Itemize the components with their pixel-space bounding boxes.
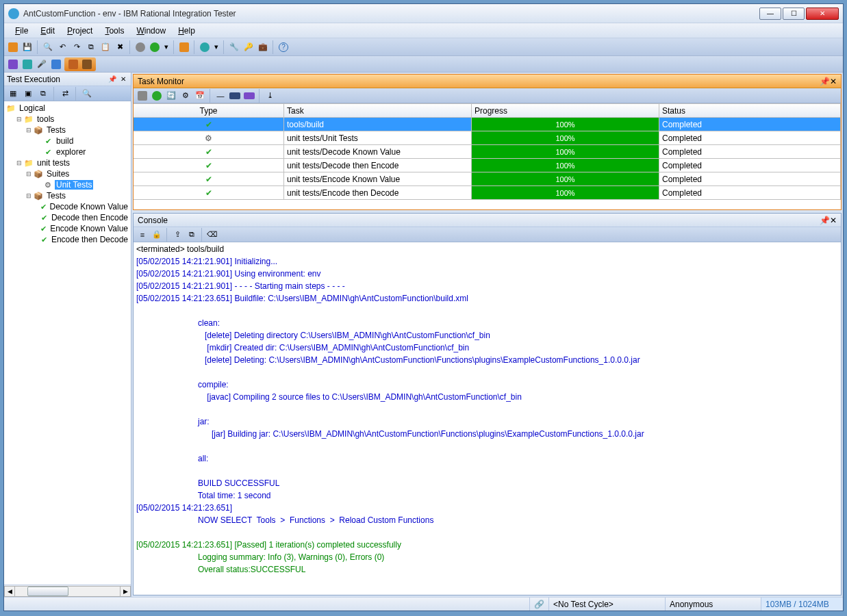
tool-new-icon[interactable] (7, 41, 19, 53)
con-copy-icon[interactable]: ⧉ (186, 229, 198, 241)
tree-collapse-icon[interactable]: ▣ (22, 88, 34, 100)
persp-testlab-active[interactable] (64, 57, 96, 71)
tm-refresh-icon[interactable]: 🔄 (165, 90, 177, 102)
col-task[interactable]: Task (284, 104, 472, 117)
task-name: unit tests/Decode Known Value (284, 145, 472, 158)
persp-rec-icon[interactable] (21, 58, 34, 70)
tree-node-explorer[interactable]: ✔explorer (5, 146, 129, 157)
tool-undo-icon[interactable]: ↶ (56, 41, 68, 53)
tool-search-icon[interactable]: 🔍 (42, 41, 54, 53)
tree-node-build[interactable]: ✔build (5, 136, 129, 146)
con-list-icon[interactable]: ≡ (136, 229, 149, 241)
tool-paste-icon[interactable]: 📋 (99, 41, 112, 53)
console-header: Console 📌 ✕ (134, 214, 841, 227)
task-status: Completed (659, 159, 841, 172)
con-pin-icon[interactable]: 📌 (820, 216, 830, 225)
tm-console-icon[interactable] (229, 90, 241, 102)
tool-wrench-icon[interactable]: 🔧 (228, 41, 240, 53)
task-row[interactable]: ✔tools/build100%Completed (134, 118, 841, 131)
console-title: Console (138, 216, 168, 225)
tree-search-icon[interactable]: 🔍 (81, 88, 93, 100)
tree-node-suites[interactable]: ⊟📦Suites (5, 168, 129, 179)
persp-req-icon[interactable] (50, 58, 62, 70)
tm-stop-icon[interactable] (136, 90, 149, 102)
pin-icon[interactable]: 📌 (108, 75, 117, 84)
tree-node-decode-known[interactable]: ✔Decode Known Value (5, 201, 129, 212)
menu-tools[interactable]: Tools (99, 25, 129, 37)
tm-run-icon[interactable] (151, 90, 163, 102)
tool-briefcase-icon[interactable]: 💼 (257, 41, 269, 53)
tree-node-decode-then-encode[interactable]: ✔Decode then Encode (5, 212, 129, 223)
menu-edit[interactable]: Edit (35, 25, 60, 37)
persp-results-icon (81, 58, 93, 70)
persp-mic-icon[interactable]: 🎤 (36, 58, 48, 70)
task-row[interactable]: ✔unit tests/Decode Known Value100%Comple… (134, 145, 841, 159)
tool-key-icon[interactable]: 🔑 (242, 41, 255, 53)
tree-copy-icon[interactable]: ⧉ (37, 88, 49, 100)
tool-run-icon[interactable] (149, 41, 161, 53)
status-testcycle-icon[interactable]: 🔗 (529, 598, 548, 611)
tm-schedule-icon[interactable]: 📅 (194, 90, 206, 102)
task-row[interactable]: ✔unit tests/Encode then Decode100%Comple… (134, 186, 841, 200)
con-lock-icon[interactable]: 🔒 (151, 229, 163, 241)
status-testcycle[interactable]: <No Test Cycle> (548, 598, 665, 611)
maximize-button[interactable]: ☐ (783, 8, 805, 20)
tree-node-tools[interactable]: ⊟📁tools (5, 114, 129, 125)
tool-copy-icon[interactable]: ⧉ (85, 41, 97, 53)
task-name: unit tests/Unit Tests (284, 131, 472, 144)
task-progress: 100% (472, 131, 659, 144)
menu-project[interactable]: Project (62, 25, 98, 37)
tool-redo-icon[interactable]: ↷ (71, 41, 83, 53)
task-row[interactable]: ⚙unit tests/Unit Tests100%Completed (134, 131, 841, 145)
col-status[interactable]: Status (659, 104, 841, 117)
scroll-left-icon[interactable]: ◀ (4, 586, 15, 597)
tool-globe-dropdown-icon[interactable]: ▾ (213, 41, 220, 53)
minimize-button[interactable]: — (759, 8, 781, 20)
task-row[interactable]: ✔unit tests/Decode then Encode100%Comple… (134, 159, 841, 172)
tree-node-tools-tests[interactable]: ⊟📦Tests (5, 125, 129, 136)
persp-arch-icon[interactable] (7, 58, 19, 70)
tree-node-tests[interactable]: ⊟📦Tests (5, 190, 129, 201)
tool-help-icon[interactable]: ? (277, 41, 290, 53)
status-memory[interactable]: 103MB / 1024MB (761, 598, 843, 611)
tm-remove-icon[interactable]: — (214, 90, 227, 102)
right-area: Task Monitor 📌 ✕ 🔄 ⚙ 📅 — ⤓ (131, 73, 843, 597)
tree-filter-icon[interactable]: ⇄ (59, 88, 71, 100)
con-close-icon[interactable]: ✕ (830, 216, 837, 225)
close-button[interactable]: ✕ (806, 8, 839, 20)
console-toolbar: ≡ 🔒 ⇪ ⧉ ⌫ (134, 227, 841, 242)
tree-node-encode-known[interactable]: ✔Encode Known Value (5, 223, 129, 234)
tm-close-icon[interactable]: ✕ (830, 77, 837, 86)
col-type[interactable]: Type (134, 104, 284, 117)
task-type-icon: ✔ (134, 159, 284, 172)
test-tree[interactable]: 📁Logical ⊟📁tools ⊟📦Tests ✔build ✔explore… (4, 101, 131, 585)
tool-env-icon[interactable] (178, 41, 190, 53)
tool-record-icon[interactable] (134, 41, 147, 53)
tree-node-encode-then-decode[interactable]: ✔Encode then Decode (5, 234, 129, 245)
task-row[interactable]: ✔unit tests/Encode Known Value100%Comple… (134, 172, 841, 186)
tool-globe-icon[interactable] (199, 41, 211, 53)
tree-node-unit-tests-suite[interactable]: ⚙Unit Tests (5, 179, 129, 190)
tm-autoscroll-icon[interactable]: ⤓ (264, 90, 276, 102)
tm-results-icon[interactable] (243, 90, 255, 102)
menu-window[interactable]: Window (131, 25, 171, 37)
con-clear-icon[interactable]: ⌫ (206, 229, 218, 241)
tool-delete-icon[interactable]: ✖ (114, 41, 126, 53)
col-progress[interactable]: Progress (472, 104, 659, 117)
tree-node-logical[interactable]: 📁Logical (5, 103, 129, 114)
scroll-thumb[interactable] (27, 587, 68, 596)
tool-run-dropdown-icon[interactable]: ▾ (163, 41, 170, 53)
close-panel-icon[interactable]: ✕ (118, 75, 128, 84)
tree-hscrollbar[interactable]: ◀ ▶ (4, 585, 131, 597)
tm-config-icon[interactable]: ⚙ (179, 90, 192, 102)
console-output[interactable]: <terminated> tools/build [05/02/2015 14:… (134, 242, 841, 595)
menu-help[interactable]: Help (173, 25, 201, 37)
tree-node-unittests[interactable]: ⊟📁unit tests (5, 157, 129, 168)
menu-file[interactable]: File (10, 25, 34, 37)
scroll-track[interactable] (15, 586, 120, 597)
scroll-right-icon[interactable]: ▶ (120, 586, 131, 597)
tm-pin-icon[interactable]: 📌 (820, 77, 830, 86)
tool-save-icon[interactable]: 💾 (21, 41, 34, 53)
con-export-icon[interactable]: ⇪ (171, 229, 184, 241)
tree-expand-icon[interactable]: ▦ (7, 88, 19, 100)
